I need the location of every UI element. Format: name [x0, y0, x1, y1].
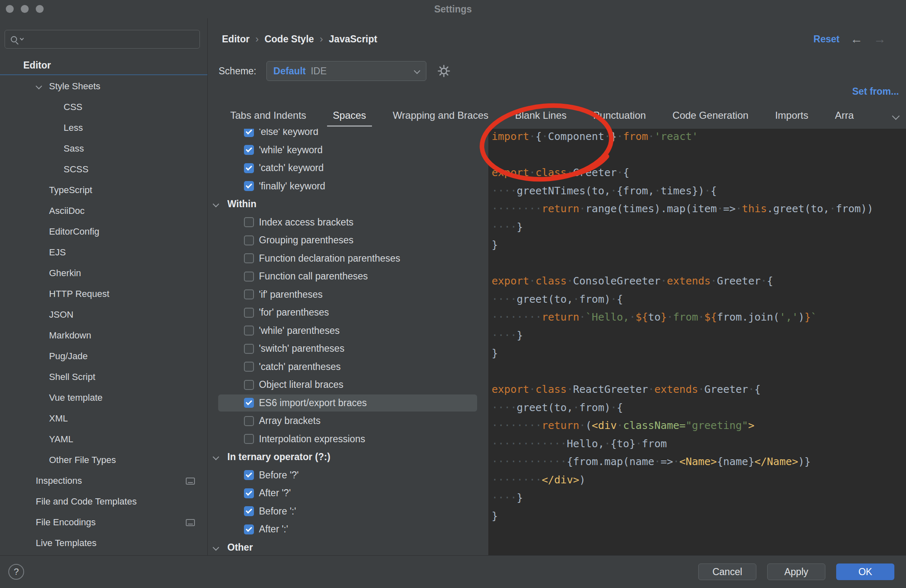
- tab-label: Imports: [775, 110, 808, 121]
- sidebar-item-style-sheets[interactable]: Style Sheets: [0, 76, 207, 97]
- breadcrumb-item-javascript[interactable]: JavaScript: [329, 34, 377, 45]
- option-grouping-parentheses[interactable]: Grouping parentheses: [208, 231, 488, 250]
- sidebar-item-css[interactable]: CSS: [0, 97, 207, 118]
- option-if-parentheses[interactable]: 'if' parentheses: [208, 286, 488, 304]
- option-finally-keyword[interactable]: 'finally' keyword: [208, 177, 488, 196]
- sidebar-section-editor[interactable]: Editor: [23, 57, 51, 74]
- sidebar-item-http-request[interactable]: HTTP Request: [0, 284, 207, 304]
- checkbox[interactable]: [244, 488, 254, 498]
- checkbox[interactable]: [244, 308, 254, 318]
- tab-blank-lines[interactable]: Blank Lines: [502, 104, 580, 127]
- option-before[interactable]: Before ':': [208, 502, 488, 521]
- option-else-keyword[interactable]: 'else' keyword: [208, 129, 488, 141]
- checkbox[interactable]: [244, 163, 254, 173]
- back-arrow-icon[interactable]: ←: [850, 33, 863, 45]
- checkbox[interactable]: [244, 470, 254, 480]
- option-object-literal-braces[interactable]: Object literal braces: [208, 376, 488, 394]
- sidebar-item-xml[interactable]: XML: [0, 408, 207, 429]
- option-in-ternary-operator[interactable]: In ternary operator (?:): [208, 448, 488, 466]
- spaces-options-panel: 'else' keyword'while' keyword'catch' key…: [208, 129, 488, 555]
- checkbox[interactable]: [244, 506, 254, 516]
- chevron-down-icon[interactable]: [20, 37, 24, 41]
- tab-spaces[interactable]: Spaces: [320, 104, 379, 127]
- checkbox[interactable]: [244, 398, 254, 408]
- chevron-down-icon[interactable]: [213, 201, 219, 208]
- checkbox[interactable]: [244, 289, 254, 299]
- option-after[interactable]: After ':': [208, 520, 488, 539]
- option-for-parentheses[interactable]: 'for' parentheses: [208, 304, 488, 322]
- sidebar-item-shell-script[interactable]: Shell Script: [0, 367, 207, 387]
- checkbox[interactable]: [244, 326, 254, 336]
- search-input[interactable]: [27, 30, 199, 48]
- checkbox[interactable]: [244, 416, 254, 426]
- checkbox[interactable]: [244, 434, 254, 444]
- breadcrumb-item-code-style[interactable]: Code Style: [264, 34, 314, 45]
- forward-arrow-icon[interactable]: →: [874, 33, 886, 45]
- option-interpolation-expressions[interactable]: Interpolation expressions: [208, 430, 488, 448]
- reset-link[interactable]: Reset: [813, 34, 840, 45]
- sidebar-item-ejs[interactable]: EJS: [0, 242, 207, 263]
- checkbox[interactable]: [244, 217, 254, 227]
- option-while-parentheses[interactable]: 'while' parentheses: [208, 322, 488, 340]
- sidebar-item-other-file-types[interactable]: Other File Types: [0, 450, 207, 470]
- sidebar-item-pug-jade[interactable]: Pug/Jade: [0, 346, 207, 367]
- sidebar-item-editorconfig[interactable]: EditorConfig: [0, 221, 207, 242]
- option-function-declaration-parentheses[interactable]: Function declaration parentheses: [208, 250, 488, 268]
- search-box[interactable]: [5, 30, 200, 49]
- checkbox[interactable]: [244, 129, 254, 137]
- tab-wrapping-and-braces[interactable]: Wrapping and Braces: [379, 104, 502, 127]
- option-index-access-brackets[interactable]: Index access brackets: [208, 213, 488, 232]
- sidebar-item-yaml[interactable]: YAML: [0, 429, 207, 450]
- apply-button[interactable]: Apply: [767, 564, 825, 580]
- checkbox[interactable]: [244, 253, 254, 263]
- checkbox[interactable]: [244, 344, 254, 354]
- sidebar-item-markdown[interactable]: Markdown: [0, 325, 207, 346]
- checkbox[interactable]: [244, 235, 254, 245]
- tab-code-generation[interactable]: Code Generation: [659, 104, 762, 127]
- sidebar-item-live-templates[interactable]: Live Templates: [0, 533, 207, 554]
- sidebar-item-json[interactable]: JSON: [0, 304, 207, 325]
- sidebar-item-less[interactable]: Less: [0, 118, 207, 138]
- tabs-overflow-icon[interactable]: [893, 113, 899, 120]
- checkbox[interactable]: [244, 524, 254, 534]
- chevron-down-icon[interactable]: [36, 83, 42, 90]
- sidebar-item-typescript[interactable]: TypeScript: [0, 180, 207, 201]
- option-after[interactable]: After '?': [208, 484, 488, 502]
- ok-button[interactable]: OK: [836, 564, 894, 580]
- help-button[interactable]: ?: [8, 564, 24, 580]
- checkbox[interactable]: [244, 380, 254, 390]
- gear-icon[interactable]: [437, 64, 451, 78]
- option-array-brackets[interactable]: Array brackets: [208, 412, 488, 430]
- sidebar-item-vue-template[interactable]: Vue template: [0, 387, 207, 408]
- tab-tabs-and-indents[interactable]: Tabs and Indents: [217, 104, 320, 127]
- tab-arra[interactable]: Arra: [822, 104, 867, 127]
- breadcrumb-item-editor[interactable]: Editor: [222, 34, 249, 45]
- chevron-down-icon[interactable]: [213, 454, 219, 461]
- sidebar-item-inspections[interactable]: Inspections: [0, 470, 207, 491]
- option-catch-parentheses[interactable]: 'catch' parentheses: [208, 358, 488, 376]
- sidebar-item-asciidoc[interactable]: AsciiDoc: [0, 201, 207, 221]
- cancel-button[interactable]: Cancel: [698, 564, 756, 580]
- option-function-call-parentheses[interactable]: Function call parentheses: [208, 267, 488, 286]
- option-es6-import-export-braces[interactable]: ES6 import/export braces: [208, 394, 488, 412]
- checkbox[interactable]: [244, 145, 254, 155]
- option-switch-parentheses[interactable]: 'switch' parentheses: [208, 340, 488, 358]
- checkbox[interactable]: [244, 272, 254, 282]
- chevron-down-icon[interactable]: [213, 544, 219, 551]
- option-while-keyword[interactable]: 'while' keyword: [208, 141, 488, 159]
- tab-imports[interactable]: Imports: [762, 104, 822, 127]
- set-from-link[interactable]: Set from...: [852, 85, 899, 98]
- sidebar-item-file-and-code-templates[interactable]: File and Code Templates: [0, 491, 207, 512]
- scheme-select[interactable]: Default IDE: [266, 61, 426, 81]
- sidebar-item-file-encodings[interactable]: File Encodings: [0, 512, 207, 533]
- sidebar-item-scss[interactable]: SCSS: [0, 159, 207, 180]
- tab-punctuation[interactable]: Punctuation: [580, 104, 659, 127]
- sidebar-item-sass[interactable]: Sass: [0, 138, 207, 159]
- option-other[interactable]: Other: [208, 539, 488, 556]
- option-within[interactable]: Within: [208, 195, 488, 213]
- sidebar-item-gherkin[interactable]: Gherkin: [0, 263, 207, 284]
- option-before[interactable]: Before '?': [208, 466, 488, 485]
- checkbox[interactable]: [244, 362, 254, 372]
- checkbox[interactable]: [244, 181, 254, 191]
- option-catch-keyword[interactable]: 'catch' keyword: [208, 159, 488, 177]
